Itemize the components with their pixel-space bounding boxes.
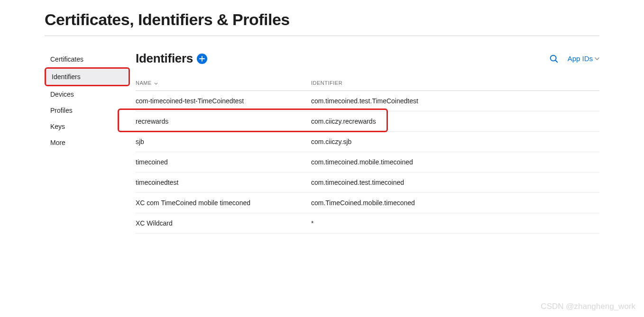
section-title: Identifiers	[136, 51, 193, 66]
cell-name: timecoined	[136, 152, 311, 172]
sidebar-item-keys[interactable]: Keys	[45, 118, 130, 135]
sidebar-item-certificates[interactable]: Certificates	[45, 51, 130, 67]
chevron-down-icon	[595, 57, 599, 60]
column-header-identifier[interactable]: IDENTIFIER	[311, 75, 599, 91]
filter-dropdown[interactable]: App IDs	[568, 54, 599, 63]
sort-chevron-icon	[154, 81, 158, 86]
table-row[interactable]: sjbcom.ciiczy.sjb	[136, 132, 599, 152]
cell-name: com-timecoined-test-TimeCoinedtest	[136, 91, 311, 111]
filter-dropdown-label: App IDs	[568, 54, 593, 63]
search-button[interactable]	[549, 54, 559, 64]
cell-identifier: com.timecoined.mobile.timecoined	[311, 152, 599, 172]
identifiers-table: NAME IDENTIFIER com-timecoined-test-Time…	[136, 75, 599, 234]
svg-line-1	[555, 60, 557, 62]
sidebar: Certificates Identifiers Devices Profile…	[45, 51, 130, 234]
sidebar-item-profiles[interactable]: Profiles	[45, 102, 130, 118]
column-header-name[interactable]: NAME	[136, 75, 311, 91]
sidebar-item-more[interactable]: More	[45, 135, 130, 151]
annotation-highlight-sidebar: Identifiers	[45, 67, 130, 86]
cell-identifier: com.ciiczy.recrewards	[311, 111, 599, 132]
table-row[interactable]: XC Wildcard*	[136, 213, 599, 234]
table-row[interactable]: XC com TimeCoined mobile timeconedcom.Ti…	[136, 193, 599, 213]
table-row[interactable]: com-timecoined-test-TimeCoinedtestcom.ti…	[136, 91, 599, 111]
table-row[interactable]: timecoinedcom.timecoined.mobile.timecoin…	[136, 152, 599, 172]
cell-name: sjb	[136, 132, 311, 152]
cell-name: XC com TimeCoined mobile timeconed	[136, 193, 311, 213]
table-row[interactable]: recrewardscom.ciiczy.recrewards	[136, 111, 599, 132]
table-row[interactable]: timecoinedtestcom.timecoined.test.timeco…	[136, 172, 599, 193]
cell-identifier: *	[311, 213, 599, 234]
cell-identifier: com.ciiczy.sjb	[311, 132, 599, 152]
page-title: Certificates, Identifiers & Profiles	[45, 0, 599, 36]
sidebar-item-identifiers[interactable]: Identifiers	[46, 69, 129, 85]
cell-name: XC Wildcard	[136, 213, 311, 234]
search-icon	[549, 54, 559, 64]
add-identifier-button[interactable]	[197, 54, 207, 64]
cell-identifier: com.timecoined.test.timecoined	[311, 172, 599, 193]
cell-identifier: com.TimeCoined.mobile.timeconed	[311, 193, 599, 213]
plus-icon	[199, 56, 205, 62]
cell-name: recrewards	[136, 111, 311, 132]
cell-name: timecoinedtest	[136, 172, 311, 193]
cell-identifier: com.timecoined.test.TimeCoinedtest	[311, 91, 599, 111]
main-panel: Identifiers App IDs	[130, 51, 599, 234]
main-header: Identifiers App IDs	[136, 51, 599, 66]
sidebar-item-devices[interactable]: Devices	[45, 86, 130, 102]
